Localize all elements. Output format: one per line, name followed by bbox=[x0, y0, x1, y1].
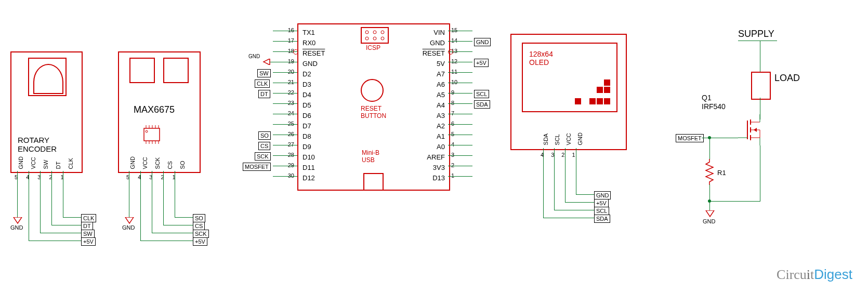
net-scl: SCL bbox=[594, 207, 609, 215]
rotary-encoder-block: ROTARY ENCODER GND VCC SW DT CLK bbox=[10, 51, 83, 173]
arduino-left-labels: TX1 RX0 RESET GND D2 D3 D4 D5 D6 D7 D8 D… bbox=[303, 28, 325, 183]
net-5v: +5V bbox=[193, 237, 207, 246]
pin-label: A0 bbox=[423, 142, 445, 152]
pin-label: A3 bbox=[423, 111, 445, 121]
pin-num: 2 bbox=[561, 152, 564, 158]
gnd-symbol bbox=[262, 59, 271, 65]
rotary-title: ROTARY ENCODER bbox=[18, 136, 57, 153]
max-pin-labels: GND VCC SCK CS SO bbox=[129, 156, 186, 169]
pin-label: SCK bbox=[154, 156, 161, 169]
pin-label: D12 bbox=[303, 173, 325, 183]
svg-rect-18 bbox=[604, 79, 610, 86]
pin-num: 4 bbox=[451, 139, 466, 150]
net-cs: CS bbox=[258, 142, 270, 150]
pin-label: D7 bbox=[303, 121, 325, 131]
svg-point-13 bbox=[373, 31, 376, 34]
net-sw: SW bbox=[257, 69, 271, 77]
net-gnd: GND bbox=[474, 38, 491, 46]
svg-rect-23 bbox=[597, 98, 603, 104]
net-sda: SDA bbox=[474, 100, 490, 109]
pin-num: 8 bbox=[451, 98, 466, 108]
net-cs: CS bbox=[193, 222, 205, 230]
pin-num: 5 bbox=[451, 129, 466, 139]
net-5v: +5V bbox=[594, 199, 609, 207]
pin-num: 12 bbox=[451, 56, 466, 66]
svg-point-17 bbox=[381, 37, 384, 40]
pin-label: GND bbox=[423, 38, 445, 48]
rotary-pin-nums: 5 4 3 2 1 bbox=[15, 174, 64, 180]
tc-conn-2 bbox=[163, 58, 189, 83]
pin-num: 15 bbox=[451, 25, 466, 35]
net-clk: CLK bbox=[81, 214, 96, 222]
pin-label: D10 bbox=[303, 152, 325, 163]
pin-num: 9 bbox=[451, 87, 466, 98]
net-mosfet: MOSFET bbox=[676, 134, 704, 142]
gnd-symbol bbox=[124, 217, 135, 224]
pin-num: 25 bbox=[280, 118, 294, 129]
net-so: SO bbox=[193, 214, 205, 222]
encoder-knob bbox=[33, 64, 63, 94]
usb-label: Mini-B USB bbox=[362, 149, 379, 164]
pin-label: D2 bbox=[303, 69, 325, 79]
rotary-pin-labels: GND VCC SW DT CLK bbox=[18, 156, 74, 169]
pin-label: A2 bbox=[423, 121, 445, 131]
arduino-right-nums: 15 14 13 12 11 10 9 8 7 6 5 4 3 2 1 bbox=[451, 25, 466, 181]
q1-label: Q1 bbox=[702, 94, 712, 102]
pin-num: 20 bbox=[280, 66, 294, 77]
gnd-label: GND bbox=[10, 224, 23, 231]
oled-bars-icon bbox=[575, 79, 611, 107]
pin-num: 18 bbox=[280, 46, 294, 56]
pin-label: CS bbox=[167, 156, 173, 169]
pin-num: 26 bbox=[280, 129, 294, 139]
pin-num: 24 bbox=[280, 108, 294, 118]
pin-label: VCC bbox=[30, 156, 36, 169]
oled-pin-nums: 4 3 2 1 bbox=[541, 152, 575, 158]
pin-label: GND bbox=[129, 156, 136, 169]
pin-num: 10 bbox=[451, 77, 466, 87]
svg-point-11 bbox=[146, 130, 148, 132]
pin-num: 1 bbox=[451, 170, 466, 181]
oled-pin-labels: SDA SCL VCC GND bbox=[543, 132, 583, 145]
pin-num: 13 bbox=[451, 46, 466, 56]
net-dt: DT bbox=[258, 90, 270, 98]
net-5v: +5V bbox=[474, 59, 489, 67]
pin-label: D6 bbox=[303, 111, 325, 121]
pin-num: 11 bbox=[451, 66, 466, 77]
pin-num: 3 bbox=[451, 150, 466, 160]
pin-label: GND bbox=[18, 156, 24, 169]
net-sda: SDA bbox=[594, 215, 610, 223]
gnd-label: GND bbox=[122, 224, 135, 231]
load-block bbox=[751, 72, 771, 100]
load-label: LOAD bbox=[774, 73, 800, 84]
svg-rect-20 bbox=[604, 87, 610, 93]
net-so: SO bbox=[258, 131, 271, 140]
oled-title: 128x64 OLED bbox=[529, 50, 553, 66]
r1-label: R1 bbox=[717, 169, 726, 177]
svg-point-15 bbox=[365, 37, 369, 40]
net-mosfet: MOSFET bbox=[243, 163, 271, 171]
pin-label: RX0 bbox=[303, 38, 325, 48]
svg-rect-22 bbox=[589, 98, 596, 104]
pin-label: SCL bbox=[554, 132, 560, 145]
pin-label: 3V3 bbox=[423, 163, 445, 173]
pin-label: A4 bbox=[423, 100, 445, 111]
pin-label: SO bbox=[179, 156, 186, 169]
pin-num: 6 bbox=[451, 118, 466, 129]
pin-label: TX1 bbox=[303, 28, 325, 38]
max-pin-nums: 5 4 3 2 1 bbox=[126, 174, 176, 180]
resistor-symbol bbox=[705, 159, 714, 187]
net-sck: SCK bbox=[255, 152, 271, 161]
watermark: CircuitDigest bbox=[777, 267, 852, 283]
oled-block: 128x64 OLED SDA SCL VCC GND bbox=[510, 34, 627, 150]
svg-rect-21 bbox=[575, 98, 581, 104]
pin-num: 7 bbox=[451, 108, 466, 118]
net-clk: CLK bbox=[255, 79, 270, 88]
arduino-right-labels: VIN GND RESET 5V A7 A6 A5 A4 A3 A2 A1 A0… bbox=[423, 28, 445, 183]
pin-label: D11 bbox=[303, 163, 325, 173]
pin-num: 17 bbox=[280, 35, 294, 46]
pin-num: 23 bbox=[280, 98, 294, 108]
pin-label: RESET bbox=[423, 48, 445, 59]
pin-label: GND bbox=[303, 59, 325, 69]
svg-point-14 bbox=[381, 31, 384, 34]
pin-num: 2 bbox=[451, 160, 466, 170]
